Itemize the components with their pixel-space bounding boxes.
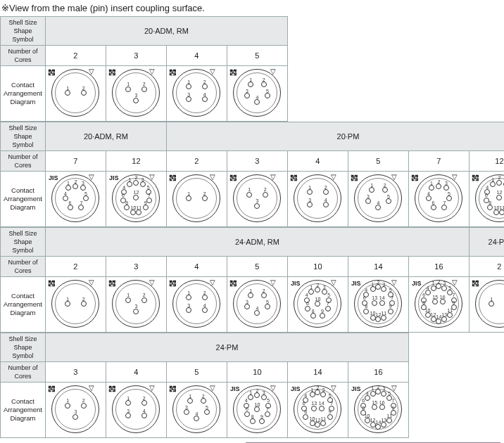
core-count: 16 [408, 257, 469, 277]
core-count: 10 [287, 257, 348, 277]
connector-diagram: ㉌▽12345 [227, 280, 287, 332]
connector-diagram: ㉌▽12 [167, 174, 227, 226]
diagram-header: ContactArrangementDiagram [1, 383, 46, 438]
core-count: 12 [106, 151, 166, 172]
pse-badge: ㉌ [351, 174, 358, 181]
diagram-header: ContactArrangementDiagram [1, 277, 46, 333]
diagram-header: ContactArrangementDiagram [1, 172, 46, 227]
cores-header: Number of Cores [1, 362, 46, 383]
core-count: 5 [166, 362, 227, 383]
jis-badge: JIS [351, 385, 361, 392]
shell-header: Shell SizeShape Symbol [1, 228, 46, 257]
shell-size-label: 20·ADM, RM [45, 17, 287, 46]
jis-badge: JIS [109, 174, 119, 181]
connector-diagram: ㉌▽1234 [106, 385, 166, 437]
connector-diagram: ㉌▽12 [470, 280, 504, 332]
shell-size-label: 20·PM [166, 122, 504, 151]
shell-size-label: 20·ADM, RM [45, 122, 166, 151]
core-count: 7 [45, 151, 106, 172]
pse-badge: ㉌ [230, 280, 237, 287]
connector-diagram: ㉌▽123 [227, 174, 287, 226]
cores-header: Number of Cores [1, 257, 46, 277]
core-count: 10 [227, 362, 287, 383]
connector-diagram: ㉌▽12345 [227, 69, 287, 121]
diagram-header: ContactArrangementDiagram [1, 66, 46, 122]
core-count: 4 [287, 151, 348, 172]
connector-diagram: JIS▽12345678910 [227, 385, 287, 437]
pse-badge: ㉌ [109, 69, 115, 76]
pse-badge: ㉌ [230, 174, 237, 181]
pse-badge: ㉌ [170, 174, 176, 181]
shell-size-label: 24·PM [469, 228, 504, 257]
pse-badge: ㉌ [472, 280, 479, 287]
core-count: 3 [106, 257, 166, 277]
connector-diagram: JIS▽12345678910111213141516 [348, 385, 408, 437]
pse-badge: ㉌ [49, 385, 55, 392]
core-count: 4 [166, 257, 227, 277]
core-count: 14 [287, 362, 348, 383]
shell-size-label: 24·ADM, RM [45, 228, 469, 257]
pse-badge: ㉌ [170, 280, 176, 287]
connector-diagram: ㉌▽12345 [348, 174, 408, 226]
core-count: 5 [348, 151, 408, 172]
pse-badge: ㉌ [170, 385, 176, 392]
core-count: 16 [348, 362, 408, 383]
connector-diagram: JIS▽1234567891011121314 [348, 280, 408, 332]
core-count: 5 [227, 46, 287, 66]
core-count: 12 [469, 151, 504, 172]
connector-diagram: JIS▽12345678910 [288, 280, 348, 332]
connector-diagram: ㉌▽12 [46, 280, 106, 332]
core-count: 2 [45, 257, 106, 277]
connector-diagram: ㉌▽1234 [167, 280, 227, 332]
connector-diagram: JIS▽12345678910111213141516 [409, 280, 469, 332]
pse-badge: ㉌ [49, 69, 55, 76]
core-count: 3 [227, 151, 287, 172]
shell-size-label: 24·PM [45, 333, 408, 362]
pse-badge: ㉌ [109, 280, 115, 287]
pse-badge: ㉌ [472, 174, 479, 181]
connector-diagram: ㉌▽1234567 [409, 174, 469, 226]
core-count: 3 [106, 46, 166, 66]
core-count: 14 [348, 257, 408, 277]
core-count: 5 [227, 257, 287, 277]
pse-badge: ㉌ [412, 174, 418, 181]
pse-badge: ㉌ [49, 280, 55, 287]
jis-badge: JIS [412, 280, 422, 287]
connector-table: Shell SizeShape Symbol20·ADM, RM20·PMNum… [0, 122, 504, 227]
connector-diagram: ㉌▽123456789101112 [470, 174, 504, 226]
pse-badge: ㉌ [170, 69, 176, 76]
shell-header: Shell SizeShape Symbol [1, 17, 46, 46]
connector-diagram: JIS▽123456789101112 [106, 174, 166, 226]
shell-header: Shell SizeShape Symbol [1, 122, 46, 151]
jis-badge: JIS [291, 280, 301, 287]
jis-badge: JIS [291, 385, 301, 392]
core-count: 2 [45, 46, 106, 66]
jis-badge: JIS [351, 280, 361, 287]
connector-table: Shell SizeShape Symbol24·PMNumber of Cor… [0, 333, 409, 438]
connector-diagram: ㉌▽12 [46, 69, 106, 121]
connector-diagram: ㉌▽1234 [167, 69, 227, 121]
connector-diagram: ㉌▽123 [46, 385, 106, 437]
connector-diagram: ㉌▽1234 [288, 174, 348, 226]
core-count: 2 [469, 257, 504, 277]
core-count: 7 [408, 151, 469, 172]
connector-table: Shell SizeShape Symbol24·ADM, RM24·PMNum… [0, 227, 504, 333]
connector-diagram: JIS▽1234567 [46, 174, 106, 226]
connector-diagram: ㉌▽123 [106, 280, 166, 332]
connector-diagram: ㉌▽123 [106, 69, 166, 121]
core-count: 4 [106, 362, 166, 383]
connector-diagram: ㉌▽12345 [167, 385, 227, 437]
view-title: ※View from the male (pin) insert couplin… [0, 0, 504, 16]
pse-badge: ㉌ [109, 385, 115, 392]
pse-badge: ㉌ [291, 174, 297, 181]
shell-header: Shell SizeShape Symbol [1, 333, 46, 362]
cores-header: Number of Cores [1, 46, 46, 66]
pse-badge: ㉌ [230, 69, 237, 76]
jis-badge: JIS [49, 174, 58, 181]
connector-diagram: JIS▽1234567891011121314 [288, 385, 348, 437]
core-count: 2 [166, 151, 227, 172]
core-count: 4 [166, 46, 227, 66]
core-count: 3 [45, 362, 106, 383]
connector-table: Shell SizeShape Symbol20·ADM, RMNumber o… [0, 16, 288, 122]
cores-header: Number of Cores [1, 151, 46, 172]
